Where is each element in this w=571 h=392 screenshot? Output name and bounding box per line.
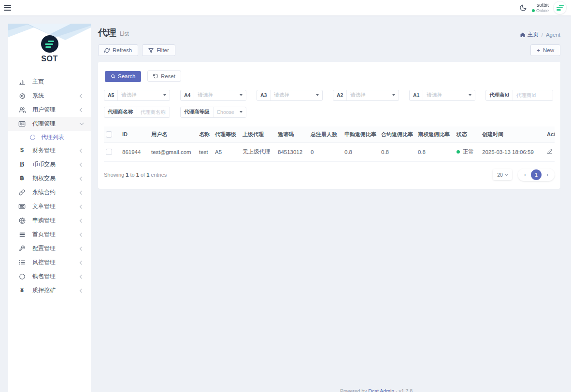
sidebar-item-label: 币币交易 [32, 160, 80, 168]
plus-icon: + [537, 47, 540, 53]
dcat-admin-link[interactable]: Dcat Admin [368, 388, 394, 392]
select-all-checkbox[interactable] [106, 131, 112, 138]
cell-total-registered: 0 [309, 142, 343, 161]
row-checkbox[interactable] [106, 149, 112, 155]
chevron-down-icon [80, 121, 84, 125]
sidebar-item-label: 永续合约 [32, 188, 80, 196]
sidebar-item-home[interactable]: 主页 [8, 75, 91, 89]
filter-agent-id: 代理商Id [485, 90, 553, 101]
col-created-at: 创建时间 [480, 126, 545, 143]
filter-agent-name: 代理商名称 [104, 107, 170, 118]
agent-id-input[interactable] [513, 90, 553, 100]
dark-mode-moon-icon[interactable] [519, 4, 527, 12]
reset-button[interactable]: Reset [147, 70, 181, 82]
sidebar-item-agent-list[interactable]: 代理列表 [8, 131, 91, 143]
chevron-left-icon [80, 218, 84, 222]
status-badge: 正常 [463, 148, 474, 155]
filter-label: A4 [181, 90, 194, 100]
a1-select[interactable]: 请选择 [423, 90, 475, 100]
caret-down-icon [240, 94, 243, 96]
prev-page-button[interactable]: ‹ [520, 172, 530, 178]
sidebar-brand[interactable]: SOT [8, 24, 91, 67]
sidebar-item-risk-control[interactable]: 风控管理 [8, 255, 91, 269]
chevron-left-icon [80, 274, 84, 278]
refresh-button[interactable]: Refresh [98, 44, 138, 56]
circle-icon [18, 273, 26, 280]
breadcrumb-separator: / [542, 32, 543, 38]
page-1-button[interactable]: 1 [531, 169, 542, 180]
a4-select[interactable]: 请选择 [194, 90, 246, 100]
filter-grid: A5 请选择 A4 请选择 A3 请选择 A2 请选择 A1 请选择 代理商Id [104, 90, 555, 118]
agent-level-select[interactable]: Choose [214, 107, 246, 117]
cell-parent-agent: 无上级代理 [241, 142, 276, 161]
powered-by-footer: Powered by Dcat Admin · v1.7.8 [182, 388, 571, 392]
col-id: ID [120, 126, 149, 143]
sidebar-item-users[interactable]: 用户管理 [8, 103, 91, 117]
chevron-left-icon [80, 108, 84, 112]
a3-select[interactable]: 请选择 [271, 90, 322, 100]
new-button[interactable]: + New [530, 44, 560, 56]
chevron-left-icon [80, 148, 84, 152]
yen-icon: ¥ [18, 287, 26, 294]
col-total-registered: 总注册人数 [309, 126, 343, 143]
caret-down-icon [163, 94, 166, 96]
a2-select[interactable]: 请选择 [347, 90, 399, 100]
sidebar-item-label: 主页 [32, 78, 83, 86]
per-page-select[interactable]: 20 [493, 169, 512, 180]
sidebar-item-configuration[interactable]: 配置管理 [8, 241, 91, 255]
sidebar-item-label: 财务管理 [32, 146, 80, 154]
sidebar: SOT 主页 系统 用户管理 代理管理 [8, 24, 91, 392]
sidebar-item-system[interactable]: 系统 [8, 89, 91, 103]
a5-select[interactable]: 请选择 [118, 90, 170, 100]
users-icon [18, 107, 26, 113]
sidebar-item-label: 首页管理 [32, 230, 80, 238]
sidebar-item-spot-trade[interactable]: B 币币交易 [8, 157, 91, 171]
sidebar-item-options-trade[interactable]: ฿ 期权交易 [8, 171, 91, 185]
col-option-rebate: 期权返佣比率 [416, 126, 455, 143]
col-parent-agent: 上级代理 [241, 126, 276, 143]
filter-a4: A4 请选择 [180, 90, 246, 101]
caret-down-icon [505, 172, 508, 175]
filter-a5: A5 请选择 [104, 90, 170, 101]
filter-a1: A1 请选择 [409, 90, 475, 101]
col-contract-rebate: 合约返佣比率 [379, 126, 416, 143]
version-label: v1.7.8 [399, 388, 413, 392]
caret-down-icon [469, 94, 471, 96]
user-avatar[interactable] [554, 1, 566, 14]
refresh-icon [104, 48, 110, 53]
sidebar-item-staking[interactable]: ¥ 质押挖矿 [8, 283, 91, 297]
agent-name-input[interactable] [137, 107, 170, 117]
sidebar-item-articles[interactable]: 文章管理 [8, 199, 91, 213]
sidebar-item-finance[interactable]: $ 财务管理 [8, 143, 91, 157]
brand-name: SOT [8, 55, 91, 63]
pagination: ‹ 1 › [518, 168, 555, 181]
col-name: 名称 [197, 126, 213, 143]
search-icon [111, 74, 115, 79]
page-title: 代理List [98, 27, 129, 39]
sidebar-item-label: 风控管理 [32, 258, 80, 266]
link-icon [18, 189, 26, 196]
top-navbar: sotbit Online [0, 0, 571, 15]
online-status: Online [532, 8, 549, 14]
col-subscribe-rebate: 申购返佣比率 [343, 126, 379, 143]
sidebar-item-homepage[interactable]: 首页管理 [8, 227, 91, 241]
status-dot-icon [457, 150, 460, 154]
chevron-left-icon [80, 94, 84, 98]
filter-a2: A2 请选择 [333, 90, 399, 101]
next-page-button[interactable]: › [542, 172, 552, 178]
edit-pencil-icon[interactable] [547, 149, 553, 155]
sidebar-item-subscription[interactable]: 申购管理 [8, 213, 91, 227]
sidebar-item-wallet[interactable]: 钱包管理 [8, 269, 91, 283]
filter-label: A2 [333, 90, 347, 100]
newspaper-icon [18, 203, 26, 210]
id-card-icon [18, 120, 26, 127]
breadcrumb-home-link[interactable]: 主页 [520, 31, 539, 38]
sidebar-item-label: 钱包管理 [32, 272, 80, 280]
filter-button[interactable]: Filter [142, 44, 175, 56]
search-button[interactable]: Search [105, 71, 141, 82]
sidebar-item-perpetual[interactable]: 永续合约 [8, 185, 91, 199]
cell-contract-rebate: 0.8 [379, 142, 416, 161]
sidebar-item-label: 申购管理 [32, 216, 80, 224]
sidebar-item-agent-management[interactable]: 代理管理 [8, 117, 91, 131]
hamburger-menu-icon[interactable] [4, 3, 14, 12]
